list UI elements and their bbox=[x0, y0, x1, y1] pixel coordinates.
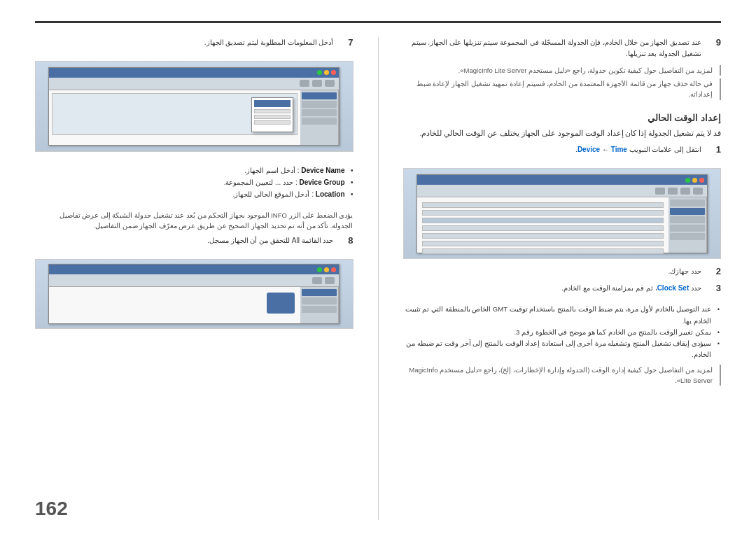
right-column: 7 أدخل المعلومات المطلوبة ليتم تصديق الج… bbox=[35, 37, 354, 520]
row-5 bbox=[422, 233, 664, 239]
screenshot-inner-3 bbox=[404, 169, 721, 258]
page-number: 162 bbox=[35, 498, 68, 520]
dialog-sim-1 bbox=[251, 97, 293, 132]
note-2: في حالة حذف جهاز من قائمة الأجهزة المعتم… bbox=[403, 78, 722, 99]
sub-step-1: 1 انتقل إلى علامات التبويب Device ← Time… bbox=[403, 144, 722, 155]
section-note: قد لا يتم تشغيل الجدولة إذا كان إعداد ال… bbox=[403, 127, 722, 139]
max-btn-2 bbox=[317, 267, 322, 272]
sidebar-item-4 bbox=[302, 297, 337, 304]
sub-step-2-text: حدد جهازك. bbox=[403, 266, 702, 277]
page-container: 7 أدخل المعلومات المطلوبة ليتم تصديق الج… bbox=[0, 0, 756, 534]
magic-body-3 bbox=[417, 197, 707, 253]
sidebar-item-2 bbox=[302, 109, 337, 116]
info-paragraph: يؤدي الضغط على الزر INFO الموجود بجهاز ا… bbox=[35, 210, 354, 231]
sub-step-3-num: 3 bbox=[707, 283, 721, 293]
min-btn-3 bbox=[692, 178, 697, 183]
magic-titlebar-1 bbox=[49, 68, 339, 78]
toolbar-btn-9 bbox=[655, 188, 665, 195]
sidebar-item-1 bbox=[302, 101, 337, 108]
step-8-number: 8 bbox=[340, 235, 354, 246]
step-9-header: 9 عند تصديق الجهاز من خلال الخادم، فإن ا… bbox=[403, 37, 722, 59]
bullet-device-group: Device Group : حدد ... لتعيين المجموعة. bbox=[35, 176, 354, 188]
sidebar-item-6 bbox=[670, 199, 705, 206]
magic-window-1 bbox=[48, 67, 340, 146]
step-7-number: 7 bbox=[340, 37, 354, 48]
column-divider bbox=[378, 37, 379, 520]
sub-step-3: 3 حدد Clock Set، ثم قم بمزامنة الوقت مع … bbox=[403, 283, 722, 294]
bullet-list-item-2: يمكن تغيير الوقت بالمنتج من الخادم كما ه… bbox=[403, 327, 722, 338]
row-3 bbox=[422, 218, 664, 223]
min-btn-2 bbox=[324, 267, 329, 272]
row-4 bbox=[422, 225, 664, 231]
device-icon-sim bbox=[267, 293, 295, 314]
sidebar-item-active bbox=[302, 92, 337, 99]
sub-step-2-num: 2 bbox=[707, 266, 721, 276]
magic-main-3 bbox=[417, 197, 668, 253]
screenshot-step7 bbox=[35, 61, 354, 152]
step-9-number: 9 bbox=[707, 37, 721, 48]
magic-body-1 bbox=[49, 90, 339, 146]
device-group-text: : حدد ... لتعيين المجموعة. bbox=[224, 178, 298, 186]
step7-bullets: Device Name : أدخل اسم الجهاز. Device Gr… bbox=[35, 164, 354, 200]
sidebar-item-active-3 bbox=[670, 208, 705, 215]
toolbar-btn-3 bbox=[300, 80, 309, 87]
top-border bbox=[35, 21, 721, 23]
step-9-text: عند تصديق الجهاز من خلال الخادم، فإن الج… bbox=[403, 37, 702, 59]
section-title: إعداد الوقت الحالي bbox=[403, 113, 722, 123]
location-text: : أدخل الموقع الحالي للجهاز. bbox=[232, 190, 314, 198]
bullet-location: Location : أدخل الموقع الحالي للجهاز. bbox=[35, 188, 354, 200]
device-group-label: Device Group bbox=[299, 178, 344, 186]
magic-sidebar-3 bbox=[668, 197, 707, 253]
toolbar-btn-6 bbox=[693, 188, 703, 195]
sub-step-3-text: حدد Clock Set، ثم قم بمزامنة الوقت مع ال… bbox=[403, 283, 702, 294]
step-7-text: أدخل المعلومات المطلوبة ليتم تصديق الجها… bbox=[35, 37, 334, 48]
bullet-list-item-3: سيؤدي إيقاف تشغيل المنتج وتشغيله مرة أخر… bbox=[403, 338, 722, 360]
step-8-text: حدد القائمة All للتحقق من أن الجهاز مسجل… bbox=[35, 235, 334, 246]
clock-set-highlight: Clock Set bbox=[657, 284, 690, 292]
magic-body-2 bbox=[49, 287, 339, 323]
magic-titlebar-3 bbox=[417, 175, 707, 185]
magic-main-2 bbox=[49, 287, 300, 323]
magic-titlebar-2 bbox=[49, 265, 339, 274]
toolbar-btn-4 bbox=[325, 277, 335, 284]
max-btn-1 bbox=[317, 70, 322, 75]
row-7 bbox=[422, 248, 664, 254]
bullet-device-name: Device Name : أدخل اسم الجهاز. bbox=[35, 164, 354, 176]
footer-note: لمزيد من التفاصيل حول كيفية إدارة الوقت … bbox=[403, 365, 722, 386]
magic-window-2 bbox=[48, 264, 340, 324]
screenshot-inner-2 bbox=[36, 260, 353, 328]
magic-sidebar-2 bbox=[300, 287, 339, 323]
min-btn-1 bbox=[324, 70, 329, 75]
screenshot-step8 bbox=[35, 259, 354, 329]
time-highlight: Time bbox=[611, 146, 627, 153]
toolbar-btn-7 bbox=[680, 188, 690, 195]
dialog-field-1 bbox=[254, 109, 290, 113]
screenshot-inner-1 bbox=[36, 62, 353, 151]
sub-step-1-num: 1 bbox=[707, 144, 721, 155]
dialog-field-2 bbox=[254, 115, 290, 119]
left-column: 9 عند تصديق الجهاز من خلال الخادم، فإن ا… bbox=[403, 37, 722, 520]
magic-window-3 bbox=[416, 174, 708, 253]
main-content: 7 أدخل المعلومات المطلوبة ليتم تصديق الج… bbox=[35, 37, 721, 520]
toolbar-btn-2 bbox=[312, 80, 322, 87]
sidebar-item-active-2 bbox=[302, 289, 337, 296]
magic-sidebar-1 bbox=[300, 90, 339, 146]
note-1: لمزيد من التفاصيل حول كيفية تكوين جدولة،… bbox=[403, 65, 722, 76]
toolbar-btn-5 bbox=[312, 277, 322, 284]
sub-step-2: 2 حدد جهازك. bbox=[403, 266, 722, 277]
max-btn-3 bbox=[685, 178, 690, 183]
row-6 bbox=[422, 241, 664, 246]
device-name-label: Device Name bbox=[301, 167, 344, 174]
dialog-title-1 bbox=[254, 100, 290, 107]
sidebar-item-7 bbox=[670, 216, 705, 223]
toolbar-btn-8 bbox=[668, 188, 678, 195]
device-highlight: Device bbox=[578, 146, 600, 153]
sub-step-1-text: انتقل إلى علامات التبويب Device ← Time. bbox=[403, 144, 702, 155]
screenshot-step1 bbox=[403, 168, 722, 259]
magic-main-1 bbox=[49, 90, 300, 146]
dialog-field-3 bbox=[254, 120, 290, 125]
bullet-list-item-1: عند التوصيل بالخادم لأول مرة، يتم ضبط ال… bbox=[403, 304, 722, 326]
magic-toolbar-1 bbox=[49, 78, 339, 90]
toolbar-btn-1 bbox=[325, 80, 335, 87]
magic-toolbar-3 bbox=[417, 185, 707, 197]
